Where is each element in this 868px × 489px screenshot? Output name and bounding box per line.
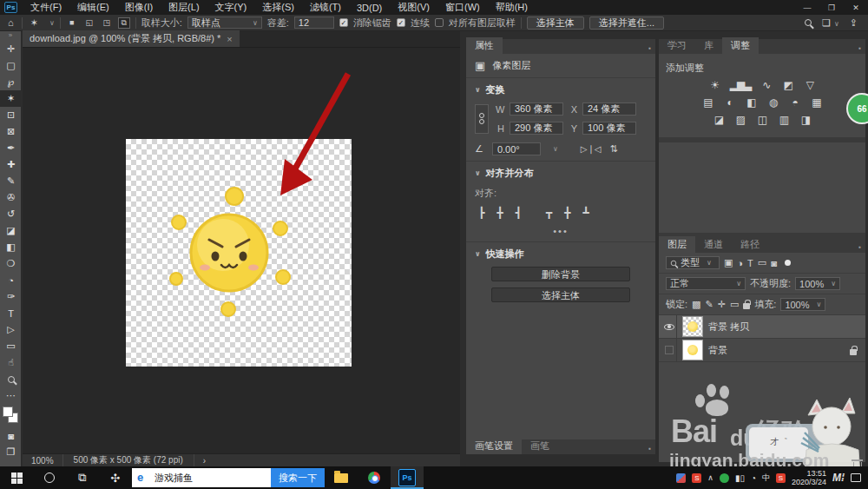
lock-position-icon[interactable]: ✛ [718,299,726,310]
file-explorer-button[interactable] [325,466,358,489]
document-tab[interactable]: download.jpg @ 100% (背景 拷贝, RGB/8#) * × [23,30,240,47]
panel-menu-icon[interactable]: ▪ [644,445,655,454]
green-tray-icon[interactable] [720,473,729,483]
clone-stamp-tool[interactable]: ✇ [0,189,22,206]
vibrance-icon[interactable]: ▽ [803,79,816,91]
contiguous-checkbox[interactable]: ✓ [397,18,405,27]
filter-adjustment-layers-icon[interactable]: ◑ [737,258,743,268]
menu-view[interactable]: 视图(V) [390,0,437,15]
chrome-button[interactable] [358,466,391,489]
color-balance-icon[interactable]: ◐ [723,96,736,109]
screen-mode-button[interactable]: ❐ [0,444,22,460]
menu-type[interactable]: 文字(Y) [207,0,255,15]
lock-artboard-icon[interactable]: ▭ [730,299,739,310]
type-tool[interactable]: T [0,305,22,321]
collapse-icon[interactable]: ∨ [475,250,481,258]
menu-help[interactable]: 帮助(H) [488,0,536,15]
tray-app-icon[interactable] [676,473,686,483]
tab-adjustments[interactable]: 调整 [722,37,759,54]
selective-color-icon[interactable]: ◨ [799,114,812,126]
tolerance-input[interactable]: 12 [294,17,334,29]
align-bottom-icon[interactable]: ┻ [582,207,589,219]
y-input[interactable]: 100 像素 [582,122,636,135]
start-button[interactable] [0,466,33,489]
move-tool[interactable]: ✛ [0,41,22,57]
more-tools[interactable]: ⋯ [0,387,22,404]
history-brush-tool[interactable]: ↺ [0,206,22,222]
menu-layer[interactable]: 图层(L) [161,0,207,15]
blend-mode-select[interactable]: 正常 ∨ [666,277,746,290]
flip-vertical-icon[interactable]: ⇅ [610,143,618,155]
select-subject-button[interactable]: 选择主体 [527,17,584,30]
action-center-icon[interactable] [851,473,861,482]
pen-tool[interactable]: ✑ [0,288,22,305]
battery-icon[interactable]: ▮▯ [735,473,745,483]
hand-tool[interactable]: ☝ [0,354,22,371]
gradient-tool[interactable]: ◧ [0,239,22,255]
select-subject-button[interactable]: 选择主体 [491,287,630,302]
visibility-toggle[interactable] [662,315,677,339]
tab-brushes[interactable]: 画笔 [522,438,558,454]
cortana-button[interactable] [33,466,66,489]
filter-pixel-layers-icon[interactable]: ▣ [724,257,733,268]
pinned-app-pinwheel[interactable]: ✣ [99,466,132,489]
lock-all-icon[interactable] [743,303,750,309]
close-button[interactable]: ✕ [844,0,868,15]
chevron-down-icon[interactable]: ∨ [553,145,558,153]
align-middle-icon[interactable]: ╋ [564,207,570,219]
tab-paths[interactable]: 路径 [732,236,768,253]
healing-brush-tool[interactable]: ✚ [0,156,22,173]
home-icon[interactable]: ⌂ [5,17,16,28]
panel-menu-icon[interactable]: ▪ [854,243,865,253]
filter-kind-select[interactable]: 类型 ∨ [666,256,720,269]
menu-edit[interactable]: 编辑(E) [69,0,117,15]
path-selection-tool[interactable]: ▷ [0,321,22,338]
tab-learn[interactable]: 学习 [659,37,695,54]
subtract-from-selection-icon[interactable]: ◳ [101,17,113,29]
align-left-icon[interactable]: ┣ [478,207,484,219]
workspace-switcher-icon[interactable]: ❏∨ [822,17,839,29]
layer-row-background[interactable]: 背景 [659,339,865,362]
filter-smart-objects-icon[interactable]: ◙ [771,258,777,268]
color-lookup-icon[interactable]: ▦ [810,96,823,109]
layer-name[interactable]: 背景 拷贝 [708,320,749,334]
link-dimensions-icon[interactable] [475,104,489,134]
show-hidden-icons[interactable]: ∧ [707,473,713,482]
menu-filter[interactable]: 滤镜(T) [302,0,349,15]
tab-library[interactable]: 库 [695,37,722,54]
shape-tool[interactable]: ▭ [0,338,22,354]
collapse-icon[interactable]: ∨ [475,169,481,177]
share-icon[interactable]: ⇪ [850,17,858,29]
network-icon[interactable]: ◔ [751,473,756,483]
exposure-icon[interactable]: ◩ [781,79,794,91]
filter-type-layers-icon[interactable]: T [747,258,753,268]
close-tab-icon[interactable]: × [227,34,232,44]
sogou-tray-icon[interactable]: S [692,473,701,483]
align-top-icon[interactable]: ┳ [546,207,552,219]
add-to-selection-icon[interactable]: ◱ [83,17,95,29]
intersect-selection-icon[interactable]: ⧉ [118,17,130,29]
rotation-input[interactable]: 0.00° [492,142,541,155]
width-input[interactable]: 360 像素 [510,102,563,116]
toolbar-collapse-icon[interactable]: » [0,31,21,41]
restore-button[interactable]: ❐ [819,0,844,15]
threshold-icon[interactable]: ◫ [756,114,769,126]
menu-select[interactable]: 选择(S) [254,0,302,15]
filter-toggle-icon[interactable] [785,260,791,266]
layer-row-background-copy[interactable]: 背景 拷贝 [659,315,865,339]
hue-saturation-icon[interactable]: ▤ [701,96,714,109]
search-submit-button[interactable]: 搜索一下 [271,468,325,487]
taskbar-clock[interactable]: 13:51 2020/3/24 [792,469,826,487]
crop-tool[interactable]: ⊡ [0,107,22,123]
search-icon[interactable] [805,19,812,26]
menu-3d[interactable]: 3D(D) [349,0,390,15]
lock-pixels-icon[interactable]: ✎ [705,299,713,310]
posterize-icon[interactable]: ▨ [734,114,747,126]
tab-layers[interactable]: 图层 [659,236,695,253]
align-center-icon[interactable]: ╋ [496,207,503,219]
collapse-icon[interactable]: ∨ [475,86,481,94]
panel-menu-icon[interactable]: ▪ [644,44,655,54]
quick-mask-button[interactable]: ◙ [0,427,22,444]
opacity-input[interactable]: 100% ∨ [795,277,840,290]
blur-tool[interactable]: ❍ [0,255,22,272]
